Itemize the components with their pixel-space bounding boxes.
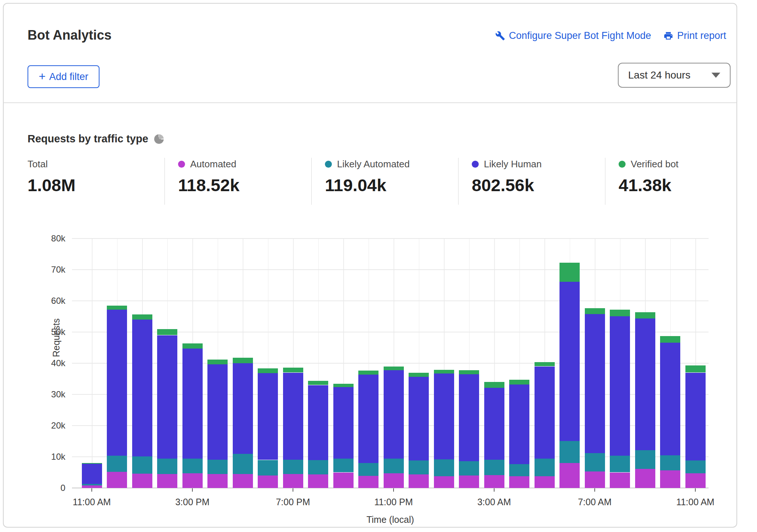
bar-segment-verified_bot[interactable] [107,306,127,310]
bar-segment-likely_automated[interactable] [358,463,378,476]
bar-segment-likely_human[interactable] [82,464,102,484]
bar-segment-verified_bot[interactable] [333,384,354,387]
bar-segment-likely_automated[interactable] [132,456,152,474]
bar-segment-automated[interactable] [333,473,354,488]
bar-segment-likely_human[interactable] [333,387,354,459]
bar-segment-likely_human[interactable] [207,364,228,459]
bar-segment-likely_automated[interactable] [434,459,454,476]
bar-segment-likely_automated[interactable] [610,456,630,473]
bar-segment-verified_bot[interactable] [283,368,303,373]
bar-segment-likely_automated[interactable] [459,461,479,475]
bar-segment-likely_automated[interactable] [182,459,203,473]
bar-segment-automated[interactable] [660,470,680,488]
bar-segment-likely_human[interactable] [459,374,479,461]
bar-segment-likely_human[interactable] [182,349,203,459]
bar-segment-likely_human[interactable] [434,374,454,459]
bar-segment-likely_automated[interactable] [107,456,127,472]
bar-segment-verified_bot[interactable] [157,329,177,335]
bar-segment-likely_human[interactable] [107,310,127,456]
bar-segment-likely_automated[interactable] [333,459,354,472]
bar-segment-likely_human[interactable] [610,316,630,456]
bar-segment-likely_human[interactable] [258,373,278,460]
bar-segment-likely_automated[interactable] [82,484,102,485]
bar-segment-automated[interactable] [157,474,177,488]
bar-segment-likely_human[interactable] [233,363,253,454]
bar-segment-likely_human[interactable] [358,375,378,463]
bar-segment-automated[interactable] [358,476,378,488]
bar-segment-automated[interactable] [132,474,152,488]
bar-segment-verified_bot[interactable] [685,365,706,373]
bar-segment-verified_bot[interactable] [434,370,454,374]
bar-segment-likely_automated[interactable] [509,464,529,476]
bar-segment-likely_automated[interactable] [283,460,303,474]
bar-segment-likely_human[interactable] [660,343,680,455]
bar-segment-automated[interactable] [107,472,127,488]
bar-segment-verified_bot[interactable] [660,336,680,343]
bar-segment-automated[interactable] [535,476,555,488]
bar-segment-automated[interactable] [610,473,630,488]
bar-segment-likely_automated[interactable] [207,460,228,474]
bar-segment-verified_bot[interactable] [308,381,328,385]
bar-segment-likely_automated[interactable] [484,460,504,475]
bar-segment-likely_human[interactable] [685,373,706,461]
bar-segment-likely_human[interactable] [509,385,529,464]
bar-segment-automated[interactable] [685,473,706,488]
bar-segment-likely_human[interactable] [384,370,404,459]
bar-segment-automated[interactable] [585,471,605,488]
bar-segment-verified_bot[interactable] [82,463,102,464]
bar-segment-automated[interactable] [308,474,328,488]
bar-segment-automated[interactable] [484,475,504,488]
bar-segment-likely_human[interactable] [283,373,303,460]
bar-segment-verified_bot[interactable] [258,368,278,374]
bar-segment-verified_bot[interactable] [535,362,555,367]
bar-segment-verified_bot[interactable] [207,360,228,365]
bar-segment-automated[interactable] [207,474,228,488]
bar-segment-verified_bot[interactable] [132,314,152,320]
bar-segment-automated[interactable] [509,476,529,488]
bar-segment-likely_human[interactable] [559,282,580,441]
bar-segment-likely_human[interactable] [484,388,504,460]
bar-segment-automated[interactable] [283,474,303,488]
bar-segment-verified_bot[interactable] [484,382,504,388]
bar-segment-likely_human[interactable] [157,335,177,459]
bar-segment-automated[interactable] [384,473,404,488]
bar-segment-likely_human[interactable] [308,385,328,460]
bar-segment-verified_bot[interactable] [559,263,580,282]
bar-segment-automated[interactable] [459,475,479,488]
bar-segment-verified_bot[interactable] [585,308,605,314]
bar-segment-verified_bot[interactable] [635,312,655,318]
bar-segment-automated[interactable] [258,475,278,488]
bar-segment-verified_bot[interactable] [459,370,479,374]
bar-segment-likely_automated[interactable] [635,450,655,469]
bar-segment-likely_automated[interactable] [258,460,278,476]
bar-segment-verified_bot[interactable] [233,358,253,363]
bar-segment-automated[interactable] [182,473,203,488]
bar-segment-verified_bot[interactable] [409,373,429,377]
bar-segment-verified_bot[interactable] [358,371,378,375]
bar-segment-likely_automated[interactable] [685,460,706,473]
bar-segment-likely_automated[interactable] [660,455,680,471]
bar-segment-likely_human[interactable] [635,318,655,451]
bar-segment-verified_bot[interactable] [182,343,203,349]
bar-segment-likely_automated[interactable] [409,460,429,474]
bar-segment-automated[interactable] [409,474,429,488]
bar-segment-automated[interactable] [233,474,253,488]
bar-segment-verified_bot[interactable] [509,380,529,385]
bar-segment-likely_automated[interactable] [384,459,404,473]
bar-segment-automated[interactable] [434,476,454,488]
bar-segment-likely_automated[interactable] [535,459,555,476]
bar-segment-likely_human[interactable] [409,377,429,461]
bar-segment-automated[interactable] [635,469,655,488]
bar-segment-likely_automated[interactable] [157,459,177,474]
bar-segment-likely_human[interactable] [535,367,555,459]
bar-segment-verified_bot[interactable] [610,310,630,316]
bar-segment-verified_bot[interactable] [384,367,404,370]
bar-segment-likely_automated[interactable] [308,460,328,475]
bar-segment-likely_human[interactable] [585,314,605,453]
bar-segment-likely_human[interactable] [132,320,152,456]
bar-segment-likely_automated[interactable] [585,453,605,471]
bar-segment-likely_automated[interactable] [233,454,253,474]
bar-segment-automated[interactable] [82,485,102,488]
bar-segment-likely_automated[interactable] [559,441,580,463]
bar-segment-automated[interactable] [559,463,580,488]
